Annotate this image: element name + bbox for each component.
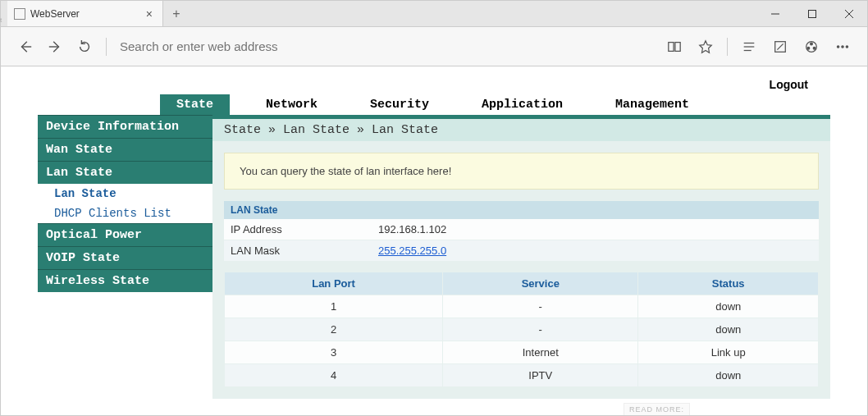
table-row: 3InternetLink up [225, 341, 819, 364]
lan-state-panel: LAN State IP Address192.168.1.102LAN Mas… [224, 201, 819, 262]
info-box: You can query the state of lan interface… [224, 153, 819, 190]
panel-title: LAN State [224, 201, 819, 219]
new-tab-button[interactable]: + [163, 1, 190, 26]
main-tab-network[interactable]: Network [249, 94, 334, 115]
tab-close-icon[interactable]: × [143, 7, 156, 21]
kv-key: IP Address [224, 219, 372, 240]
more-icon[interactable] [828, 32, 857, 62]
window-maximize-button[interactable] [793, 1, 830, 26]
page-icon [14, 8, 25, 20]
sidebar-item-lan-state[interactable]: Lan State [38, 184, 212, 203]
breadcrumb: State » Lan State » Lan State [212, 119, 830, 141]
svg-point-19 [842, 45, 843, 47]
svg-point-18 [837, 45, 838, 47]
address-bar[interactable] [113, 39, 660, 53]
table-cell: down [638, 295, 819, 318]
page-content: Logout StateNetworkSecurityApplicationMa… [1, 66, 867, 415]
window-titlebar: WebServer × + [1, 1, 867, 27]
svg-point-20 [846, 45, 847, 47]
table-cell: IPTV [443, 364, 638, 387]
share-icon[interactable] [797, 32, 826, 62]
hub-icon[interactable] [734, 32, 764, 62]
sidebar-item-optical-power[interactable]: Optical Power [38, 223, 212, 246]
main-tab-application[interactable]: Application [465, 94, 579, 115]
kv-key: LAN Mask [224, 240, 372, 261]
table-cell: - [443, 318, 638, 341]
table-cell: down [638, 318, 819, 341]
browser-toolbar [1, 27, 867, 66]
window-close-button[interactable] [830, 1, 867, 26]
table-row: 2-down [225, 318, 819, 341]
table-cell: 1 [225, 295, 443, 318]
kv-value: 255.255.255.0 [372, 240, 819, 261]
svg-marker-8 [700, 40, 711, 52]
svg-rect-1 [808, 10, 815, 17]
nav-refresh-button[interactable] [70, 32, 99, 62]
table-header: Service [443, 272, 638, 295]
table-cell: Internet [443, 341, 638, 364]
sidebar-item-lan-state[interactable]: Lan State [38, 161, 212, 184]
note-icon[interactable] [765, 32, 795, 62]
nav-forward-button[interactable] [40, 32, 70, 62]
table-row: 1-down [225, 295, 819, 318]
lan-mask-link[interactable]: 255.255.255.0 [378, 245, 446, 257]
svg-point-15 [811, 43, 813, 45]
table-cell: Link up [638, 341, 819, 364]
svg-rect-7 [675, 42, 680, 51]
kv-row: IP Address192.168.1.102 [224, 219, 819, 240]
favorite-star-icon[interactable] [691, 32, 720, 62]
kv-value: 192.168.1.102 [372, 219, 819, 240]
table-cell: down [638, 364, 819, 387]
left-artifact: t [0, 16, 2, 25]
table-cell: 3 [225, 341, 443, 364]
window-minimize-button[interactable] [756, 1, 793, 26]
bottom-artifact: READ MORE: [624, 403, 690, 415]
browser-tab[interactable]: WebServer × [7, 1, 163, 26]
svg-point-17 [813, 47, 815, 49]
tab-title: WebServer [30, 8, 143, 20]
table-cell: - [443, 295, 638, 318]
sidebar-item-device-information[interactable]: Device Information [38, 115, 212, 138]
svg-line-13 [777, 43, 783, 49]
main-tab-security[interactable]: Security [354, 94, 445, 115]
reading-view-icon[interactable] [660, 32, 689, 62]
svg-rect-6 [669, 42, 674, 51]
logout-link[interactable]: Logout [770, 78, 808, 91]
main-tab-management[interactable]: Management [599, 94, 706, 115]
sidebar-item-wan-state[interactable]: Wan State [38, 138, 212, 161]
sidebar: Device InformationWan StateLan StateLan … [38, 115, 212, 399]
sidebar-item-dhcp-clients-list[interactable]: DHCP Clients List [38, 203, 212, 223]
table-header: Lan Port [225, 272, 443, 295]
sidebar-item-voip-state[interactable]: VOIP State [38, 246, 212, 269]
nav-back-button[interactable] [11, 32, 40, 62]
table-header: Status [638, 272, 819, 295]
lan-port-table: Lan PortServiceStatus 1-down2-down3Inter… [224, 272, 819, 387]
table-row: 4IPTVdown [225, 364, 819, 387]
kv-row: LAN Mask255.255.255.0 [224, 240, 819, 262]
table-cell: 2 [225, 318, 443, 341]
svg-point-16 [807, 47, 810, 49]
table-cell: 4 [225, 364, 443, 387]
sidebar-item-wireless-state[interactable]: Wireless State [38, 269, 212, 292]
content-area: State » Lan State » Lan State You can qu… [212, 115, 830, 399]
main-tab-state[interactable]: State [160, 94, 230, 115]
